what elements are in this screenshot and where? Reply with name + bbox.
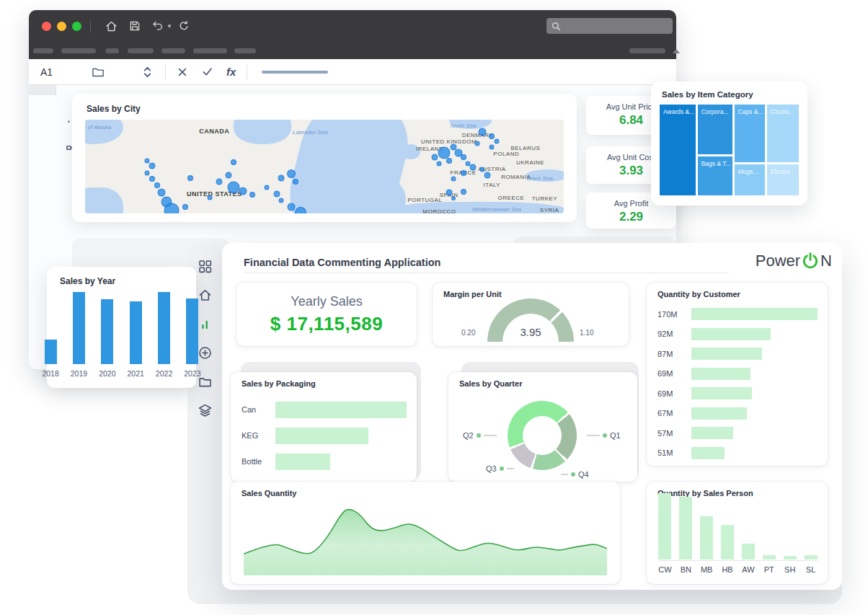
salesperson-bar xyxy=(763,555,776,559)
treemap-cell: Bags & T... xyxy=(698,156,732,195)
insert-function-button[interactable]: fx xyxy=(226,66,236,78)
menu-placeholder[interactable] xyxy=(193,48,227,53)
menu-placeholder[interactable] xyxy=(33,48,53,53)
menu-placeholder[interactable] xyxy=(234,48,256,53)
map-label: Black Sea xyxy=(527,174,553,181)
customer-row: 170M xyxy=(657,304,818,324)
city-bubble xyxy=(495,138,500,143)
customer-value-label: 92M xyxy=(657,329,691,338)
treemap-cell: Awards &... xyxy=(660,105,696,195)
chart-element xyxy=(275,453,407,470)
year-bar xyxy=(186,298,198,364)
customer-value-label: 69M xyxy=(657,389,691,398)
salesperson-column: SL xyxy=(804,555,818,574)
city-bubble xyxy=(145,171,150,176)
year-label: 2023 xyxy=(184,369,200,378)
city-bubble xyxy=(475,141,480,146)
sales-by-item-category-card: Sales by Item Category Awards &...Corpor… xyxy=(651,81,807,205)
folder-icon[interactable] xyxy=(91,65,105,79)
redo-refresh-icon[interactable] xyxy=(177,19,190,32)
year-bar-column: 2018 xyxy=(42,290,58,378)
yearly-sales-title: Yearly Sales xyxy=(236,294,417,309)
home-icon[interactable] xyxy=(105,19,118,33)
collapse-toolbar-icon[interactable] xyxy=(673,49,680,53)
salesperson-label: AW xyxy=(742,565,754,574)
gauge-min-label: 0.20 xyxy=(461,329,475,337)
cell-stepper-icon[interactable] xyxy=(142,65,153,79)
map-label: UKRAINE xyxy=(516,159,544,165)
save-icon[interactable] xyxy=(128,19,141,32)
salesperson-column: HB xyxy=(721,525,735,574)
city-bubble xyxy=(226,172,232,178)
packaging-bar-chart: CanKEGBottle xyxy=(242,397,407,474)
salesperson-bar-chart: CWBNMBHBAWPTSHSL xyxy=(658,502,818,574)
zoom-window-button[interactable] xyxy=(72,22,81,31)
undo-icon[interactable] xyxy=(151,19,164,32)
confirm-entry-icon[interactable] xyxy=(201,66,213,78)
city-bubble xyxy=(287,169,296,178)
power-icon xyxy=(801,252,820,270)
customer-value-label: 67M xyxy=(657,409,691,417)
salesperson-bar xyxy=(742,544,755,559)
treemap-column: Awards &... xyxy=(660,105,696,195)
customer-bar xyxy=(691,427,733,439)
packaging-label: Bottle xyxy=(242,457,275,466)
yearly-sales-value: $ 17,115,589 xyxy=(236,313,417,335)
screenshot-stage: { "window": { "cell_ref": "A1", "fx_labe… xyxy=(0,0,868,615)
customer-bar xyxy=(691,407,747,420)
packaging-bar xyxy=(275,453,330,470)
card-title: Sales by Year xyxy=(60,276,115,286)
city-bubble xyxy=(149,176,155,182)
city-bubble xyxy=(461,154,466,160)
menu-placeholder[interactable] xyxy=(105,48,119,53)
map-label: PORTUGAL xyxy=(408,196,443,203)
search-input[interactable] xyxy=(546,18,673,34)
customer-row: 69M xyxy=(657,384,818,404)
yearly-sales-card: Yearly Sales $ 17,115,589 xyxy=(236,283,417,346)
customer-bar xyxy=(691,328,771,340)
menu-placeholder[interactable] xyxy=(161,48,185,53)
city-bubble xyxy=(451,196,456,200)
card-title: Sales by City xyxy=(87,104,141,114)
customer-value-label: 69M xyxy=(657,369,691,378)
city-map: of AlaskaCANADAUNITED STATESLabrador Sea… xyxy=(85,120,564,213)
brand-text-post: N xyxy=(820,252,832,270)
map-label: North Sea xyxy=(451,122,477,128)
quantity-by-customer-card: Quantity by Customer 170M92M87M69M69M67M… xyxy=(647,283,828,466)
formula-bar-divider xyxy=(165,64,166,80)
dashboard-grid-icon[interactable] xyxy=(196,257,213,275)
packaging-row: Bottle xyxy=(242,448,407,474)
salesperson-bar xyxy=(679,497,692,559)
city-bubble xyxy=(293,179,298,185)
formula-content-placeholder[interactable] xyxy=(262,71,328,74)
map-label: MOROCCO xyxy=(422,208,456,213)
customer-bar xyxy=(691,348,762,360)
map-label: GREECE xyxy=(498,194,525,200)
layers-icon[interactable] xyxy=(196,402,213,419)
year-bar xyxy=(130,301,142,364)
city-bubble xyxy=(480,167,485,172)
salesperson-column: CW xyxy=(658,493,672,574)
menu-placeholder[interactable] xyxy=(128,48,154,53)
cancel-entry-icon[interactable] xyxy=(177,66,188,78)
card-title: Sales by Quarter xyxy=(459,379,522,388)
year-bar xyxy=(158,292,170,364)
year-label: 2022 xyxy=(156,369,172,378)
year-bar xyxy=(45,340,57,364)
minimize-window-button[interactable] xyxy=(57,22,66,31)
menu-placeholder[interactable] xyxy=(629,48,665,53)
city-bubble xyxy=(149,162,155,169)
city-bubble xyxy=(273,190,280,197)
salesperson-label: BN xyxy=(681,565,691,574)
close-window-button[interactable] xyxy=(42,22,51,31)
menu-placeholder[interactable] xyxy=(61,48,96,53)
donut-label-q2: Q2 xyxy=(463,431,497,440)
customer-bar-chart: 170M92M87M69M69M67M57M51M xyxy=(657,304,818,463)
undo-dropdown-caret[interactable]: ▼ xyxy=(167,23,172,30)
city-bubble xyxy=(295,207,306,213)
titlebar-divider xyxy=(90,19,91,32)
city-bubble xyxy=(446,190,452,196)
cell-reference[interactable]: A1 xyxy=(40,66,65,78)
sales-by-city-card: Sales by City of AlaskaCANADAUNITED STAT… xyxy=(72,94,577,222)
map-label: CANADA xyxy=(199,128,229,135)
